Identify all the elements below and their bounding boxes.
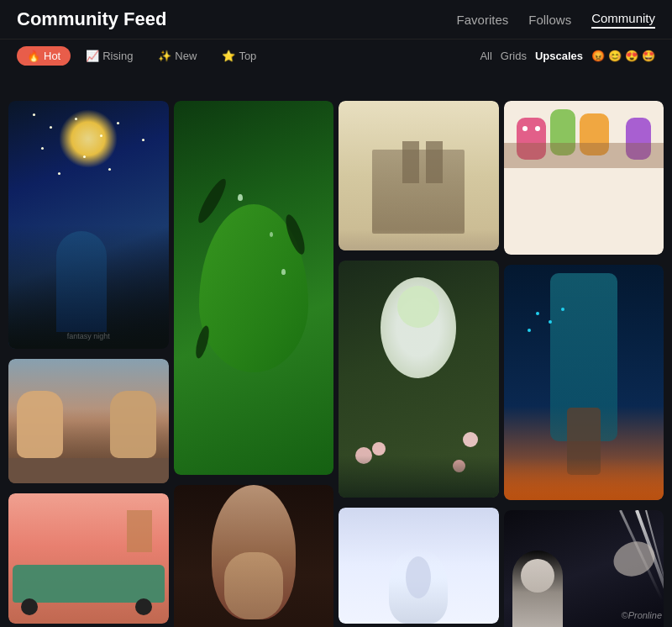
nav-follows[interactable]: Follows <box>528 13 571 27</box>
filter-rising[interactable]: 📈 Rising <box>76 46 143 66</box>
filter-new[interactable]: ✨ New <box>148 46 207 66</box>
image-cartoon-cats[interactable] <box>504 101 664 255</box>
filter-left: 🔥 Hot 📈 Rising ✨ New ⭐ Top <box>17 46 266 66</box>
image-forest-warrior[interactable] <box>504 265 664 500</box>
image-portrait-woman[interactable] <box>174 485 334 627</box>
filter-hot[interactable]: 🔥 Hot <box>17 46 71 66</box>
emoji-3[interactable]: 😍 <box>625 50 638 62</box>
image-night-sky-girl[interactable]: fantasy night <box>8 101 169 349</box>
emoji-4[interactable]: 🤩 <box>642 50 655 62</box>
emoji-1[interactable]: 😡 <box>591 50 605 62</box>
filter-grids[interactable]: Grids <box>501 50 527 62</box>
image-grid <box>0 72 672 101</box>
nav-favorites[interactable]: Favorites <box>457 13 509 27</box>
image-monstera-leaf[interactable] <box>174 101 334 475</box>
filter-right: All Grids Upscales 😡 😊 😍 🤩 <box>480 50 655 62</box>
filter-bar: 🔥 Hot 📈 Rising ✨ New ⭐ Top All Grids Ups… <box>0 40 672 72</box>
filter-upscales[interactable]: Upscales <box>535 50 583 62</box>
emoji-2[interactable]: 😊 <box>608 50 622 62</box>
nav-community[interactable]: Community <box>591 11 655 29</box>
header-nav: Favorites Follows Community <box>457 11 655 29</box>
emoji-group: 😡 😊 😍 🤩 <box>591 50 655 62</box>
image-giant-feet[interactable] <box>8 359 169 483</box>
filter-all[interactable]: All <box>480 50 491 62</box>
watermark-text: ©Pronline <box>622 610 662 620</box>
image-parrot-flowers[interactable] <box>339 261 499 498</box>
filter-top[interactable]: ⭐ Top <box>212 46 266 66</box>
header: Community Feed Favorites Follows Communi… <box>0 0 672 40</box>
page-title: Community Feed <box>17 8 166 30</box>
image-watercolor-flower[interactable] <box>339 508 499 624</box>
image-retro-car[interactable] <box>8 493 169 624</box>
image-castle-sketch[interactable] <box>339 101 499 250</box>
